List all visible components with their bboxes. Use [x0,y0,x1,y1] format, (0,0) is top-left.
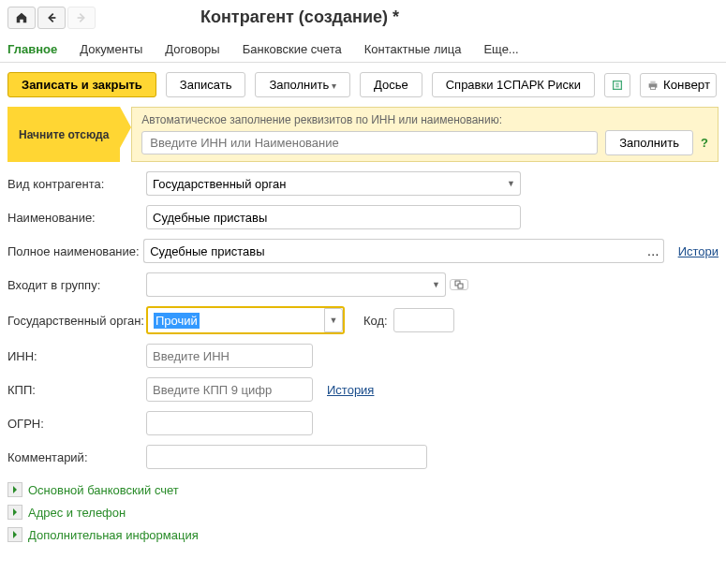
arrow-left-icon [45,11,58,24]
gov-value: Прочий [154,313,200,329]
section-addinfo[interactable]: Дополнительная информация [28,528,199,542]
chevron-right-icon [11,508,19,516]
gov-input[interactable]: Прочий [148,308,324,332]
svg-rect-3 [650,86,655,89]
label-group: Входит в группу: [7,278,146,292]
label-comment: Комментарий: [7,450,146,464]
tab-contacts[interactable]: Контактные лица [364,42,462,56]
back-button[interactable] [37,7,66,29]
label-fullname: Полное наименование: [7,244,143,258]
group-open-button[interactable] [450,279,468,290]
home-button[interactable] [7,7,36,29]
group-input[interactable] [146,272,427,297]
save-button[interactable]: Записать [166,72,246,97]
fill-button[interactable]: Заполнить [255,72,350,97]
label-kpp: КПП: [7,383,146,397]
inn-input[interactable] [146,344,313,368]
kpp-input[interactable] [146,377,313,402]
label-inn: ИНН: [7,349,146,363]
forward-button[interactable] [67,7,96,29]
label-gov: Государственный орган: [7,314,146,328]
chevron-right-icon [11,531,19,538]
hint-fill-button[interactable]: Заполнить [605,130,693,155]
fullname-ellipsis-button[interactable]: … [644,239,664,263]
home-icon [15,11,28,24]
attachment-icon [611,79,624,92]
dossier-button[interactable]: Досье [360,72,422,97]
expand-address-button[interactable] [7,505,22,520]
hint-box: Начните отсюда Автоматическое заполнение… [7,107,719,162]
label-name: Наименование: [7,211,146,225]
svg-rect-2 [650,81,655,83]
chevron-right-icon [11,486,19,493]
attach-button[interactable] [604,73,630,97]
printer-icon [646,79,659,92]
page-title: Контрагент (создание) * [200,4,399,31]
type-input[interactable] [146,171,502,196]
fullname-input[interactable] [143,239,643,263]
save-close-button[interactable]: Записать и закрыть [7,72,156,97]
kpp-history-link[interactable]: История [327,383,374,397]
open-icon [454,280,464,289]
tab-bank[interactable]: Банковские счета [243,42,342,56]
hint-input[interactable] [141,131,598,154]
comment-input[interactable] [146,445,427,469]
code-input[interactable] [393,308,454,332]
arrow-right-icon [75,11,88,24]
print-button[interactable]: Конверт [640,73,717,97]
tabs: Главное Документы Договоры Банковские сч… [0,35,726,63]
ogrn-input[interactable] [146,411,313,435]
label-type: Вид контрагента: [7,177,146,191]
fullname-history-link[interactable]: Истори [678,244,719,258]
type-dropdown-button[interactable]: ▼ [502,171,521,196]
tab-documents[interactable]: Документы [80,42,142,56]
help-icon[interactable]: ? [701,136,708,150]
group-dropdown-button[interactable]: ▼ [427,272,446,297]
tab-contracts[interactable]: Договоры [165,42,219,56]
toolbar: Записать и закрыть Записать Заполнить До… [0,63,726,107]
name-input[interactable] [146,205,521,229]
section-address[interactable]: Адрес и телефон [28,506,126,520]
section-bank[interactable]: Основной банковский счет [28,483,179,497]
spark-button[interactable]: Справки 1СПАРК Риски [432,72,595,97]
tab-main[interactable]: Главное [7,42,57,56]
hint-arrow: Начните отсюда [7,107,120,162]
label-code: Код: [363,314,388,328]
gov-dropdown-button[interactable]: ▼ [324,308,343,332]
hint-text: Автоматическое заполнение реквизитов по … [141,113,708,126]
convert-label: Конверт [663,78,710,92]
expand-bank-button[interactable] [7,482,22,497]
label-ogrn: ОГРН: [7,417,146,431]
svg-rect-5 [458,284,463,288]
expand-addinfo-button[interactable] [7,527,22,542]
tab-more[interactable]: Еще... [483,42,518,56]
